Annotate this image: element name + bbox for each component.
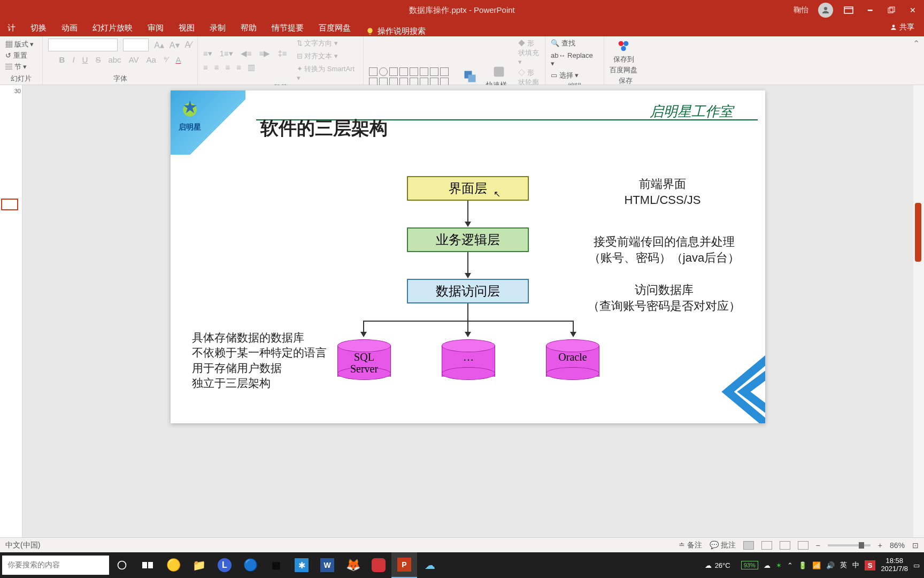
maximize-button[interactable] [886, 4, 897, 16]
decrease-font-icon[interactable]: A▾ [170, 40, 180, 50]
chrome-icon[interactable]: 🟡 [160, 552, 186, 578]
align-right-icon[interactable]: ≡ [226, 63, 230, 72]
save-baidu-button[interactable]: 保存到 百度网盘 [610, 39, 637, 75]
clock[interactable]: 18:58 2021/7/8 [881, 557, 908, 573]
app-red-icon[interactable] [366, 552, 391, 578]
slide-thumbnails[interactable]: 30 [0, 85, 22, 537]
taskbar-search[interactable]: 你要搜索的内容 [2, 556, 109, 575]
tab-transitions[interactable]: 切换 [23, 20, 54, 36]
italic-button[interactable]: I [72, 55, 74, 64]
strike-button[interactable]: S [95, 55, 101, 64]
slide-canvas[interactable]: 启明星 启明星工作室 软件的三层架构 界面层 业务逻辑层 数据访问层 SQL S… [171, 90, 765, 423]
language-status[interactable]: 中文(中国) [5, 541, 40, 550]
db-sqlserver[interactable]: SQL Server [337, 339, 391, 380]
word-icon[interactable]: W [314, 552, 340, 578]
comments-button[interactable]: 💬 批注 [710, 541, 736, 550]
firefox-icon[interactable]: 🦊 [340, 552, 366, 578]
view-normal-icon[interactable] [743, 541, 754, 550]
notes-button[interactable]: ≐ 备注 [679, 541, 702, 550]
char-spacing-button[interactable]: AV [129, 55, 139, 64]
ime-lang1[interactable]: 英 [840, 560, 847, 570]
tell-me[interactable]: 操作说明搜索 [366, 26, 426, 36]
indent-less-icon[interactable]: ◀≡ [241, 49, 252, 58]
tab-storyboard[interactable]: 情节提要 [264, 20, 311, 36]
db-oracle[interactable]: Oracle [546, 339, 599, 380]
ime-lang2[interactable]: 中 [852, 560, 859, 570]
text-direction-button[interactable]: ⇅ 文字方向 ▾ [297, 39, 358, 48]
collapse-ribbon-icon[interactable]: ⌃ [913, 39, 920, 49]
tray-battery-icon[interactable]: 🔋 [798, 561, 807, 569]
fit-window-icon[interactable]: ⊡ [912, 541, 919, 550]
align-center-icon[interactable]: ≡ [214, 63, 219, 72]
line-spacing-icon[interactable]: ‡≡ [278, 49, 287, 58]
tab-design[interactable]: 计 [0, 20, 23, 36]
font-family-input[interactable] [48, 39, 118, 51]
notifications-icon[interactable]: ▭ [913, 561, 920, 569]
app-cloud-icon[interactable]: ☁ [417, 552, 443, 578]
app-grid-icon[interactable]: ▦ [263, 552, 289, 578]
tab-animations[interactable]: 动画 [54, 20, 85, 36]
app-l-icon[interactable]: L [212, 552, 237, 578]
find-button[interactable]: 🔍 查找 [551, 39, 598, 48]
font-color-button[interactable]: A [175, 55, 181, 64]
start-button[interactable] [109, 552, 135, 578]
bold-button[interactable]: B [59, 55, 65, 64]
tray-sound-icon[interactable]: 🔊 [826, 561, 835, 569]
battery-status[interactable]: 93% [741, 561, 758, 569]
share-button[interactable]: 共享 [890, 22, 914, 32]
shape-fill-button[interactable]: ◆ 形状填充 ▾ [518, 39, 540, 66]
tab-view[interactable]: 视图 [171, 20, 202, 36]
replace-button[interactable]: ab↔ Replace ▾ [551, 51, 598, 67]
columns-icon[interactable]: ▥ [248, 63, 255, 72]
minimize-button[interactable]: ━ [864, 4, 876, 16]
edge-icon[interactable]: 🔵 [237, 552, 263, 578]
weather-widget[interactable]: ☁ 26°C [699, 561, 736, 569]
tab-help[interactable]: 帮助 [233, 20, 264, 36]
numbering-icon[interactable]: 1≡▾ [220, 49, 233, 58]
clear-format-icon[interactable]: A⁄ [185, 40, 192, 50]
zoom-in-button[interactable]: + [878, 541, 882, 550]
tab-review[interactable]: 审阅 [140, 20, 171, 36]
select-button[interactable]: ▭ 选择 ▾ [551, 71, 598, 80]
section-button[interactable]: ▤ 节 ▾ [5, 62, 34, 72]
ime-sogou-icon[interactable]: S [865, 560, 876, 571]
close-button[interactable]: ✕ [907, 4, 919, 16]
zoom-slider[interactable] [828, 544, 871, 546]
highlight-button[interactable]: ᵃ⁄ [164, 55, 168, 64]
indent-more-icon[interactable]: ≡▶ [259, 49, 271, 58]
tab-slideshow[interactable]: 幻灯片放映 [85, 20, 140, 36]
explorer-icon[interactable]: 📁 [186, 552, 212, 578]
tab-recording[interactable]: 录制 [202, 20, 233, 36]
tray-up-icon[interactable]: ⌃ [787, 561, 793, 569]
layer-logic-box[interactable]: 业务逻辑层 [407, 227, 529, 252]
vertical-scrollbar[interactable] [913, 85, 924, 537]
taskview-icon[interactable] [135, 552, 160, 578]
justify-icon[interactable]: ≡ [236, 63, 241, 72]
user-avatar[interactable] [818, 3, 833, 18]
font-size-input[interactable] [123, 39, 149, 51]
increase-font-icon[interactable]: A▴ [154, 40, 164, 50]
layout-button[interactable]: ▦ 版式 ▾ [5, 40, 34, 49]
selected-thumbnail[interactable] [1, 199, 18, 210]
tray-cloud-icon[interactable]: ☁ [764, 561, 771, 569]
tray-wechat-icon[interactable]: ✶ [776, 561, 782, 569]
convert-smartart-button[interactable]: ✦ 转换为 SmartArt ▾ [297, 64, 358, 82]
view-sorter-icon[interactable] [761, 541, 772, 550]
tab-baidu[interactable]: 百度网盘 [311, 20, 358, 36]
view-slideshow-icon[interactable] [798, 541, 808, 550]
shadow-button[interactable]: abc [108, 55, 121, 64]
powerpoint-icon[interactable]: P [391, 552, 417, 578]
scrollbar-thumb[interactable] [915, 203, 921, 262]
reset-button[interactable]: ↺ 重置 [5, 51, 34, 60]
zoom-out-button[interactable]: − [816, 541, 820, 550]
ribbon-display-icon[interactable] [843, 4, 854, 16]
underline-button[interactable]: U [82, 55, 88, 64]
change-case-button[interactable]: Aa [147, 55, 156, 64]
layer-data-box[interactable]: 数据访问层 [407, 279, 529, 303]
align-text-button[interactable]: ⊟ 对齐文本 ▾ [297, 51, 358, 61]
zoom-percent[interactable]: 86% [890, 541, 905, 550]
app-star-icon[interactable]: ✱ [289, 552, 314, 578]
align-left-icon[interactable]: ≡ [203, 63, 208, 72]
db-ellipsis[interactable]: … [442, 339, 495, 380]
layer-ui-box[interactable]: 界面层 [407, 176, 529, 201]
